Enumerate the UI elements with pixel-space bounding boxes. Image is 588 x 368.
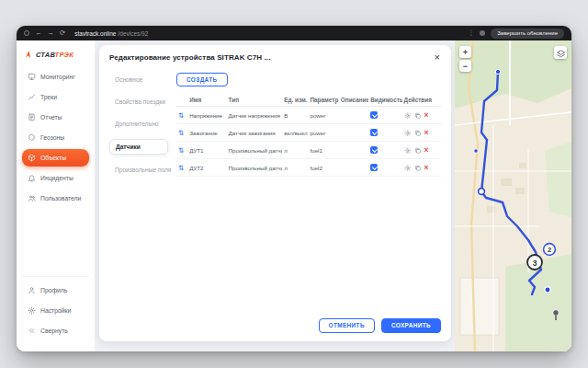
settings-icon[interactable]: [404, 147, 412, 155]
sidebar-item-profile[interactable]: Профиль: [22, 282, 89, 299]
zoom-out-button[interactable]: −: [459, 60, 471, 72]
url-host: stavtrack.online: [74, 30, 116, 37]
sidebar-item-users[interactable]: Пользователи: [22, 190, 89, 207]
table-row: ⇅ Зажигание Датчик зажигания вкл/выкл po…: [176, 124, 441, 142]
url-bar[interactable]: stavtrack.online/devices/92: [74, 30, 148, 37]
sidebar-item-settings[interactable]: Настройки: [22, 302, 89, 319]
copy-icon[interactable]: [414, 130, 422, 137]
zoom-controls: + −: [459, 46, 471, 72]
sidebar-item-label: Объекты: [40, 155, 66, 161]
browser-chrome: ← → ⟳ stavtrack.online/devices/92 ⋮ Заве…: [17, 26, 571, 40]
copy-icon[interactable]: [414, 112, 422, 120]
logo-icon: [24, 50, 33, 59]
tab-main[interactable]: Основное: [109, 73, 168, 86]
tab-sensors[interactable]: Датчики: [109, 139, 168, 155]
forward-icon[interactable]: →: [48, 29, 55, 37]
copy-icon[interactable]: [414, 147, 422, 155]
table-row: ⇅ ДУТ2 Произвольный датчик л fuel2: [176, 159, 441, 177]
visibility-checkbox[interactable]: [370, 129, 378, 136]
route-start-dot: [495, 69, 500, 74]
create-button[interactable]: СОЗДАТЬ: [176, 73, 228, 86]
users-icon: [28, 194, 36, 202]
drag-handle-icon[interactable]: ⇅: [178, 146, 184, 155]
route-icon: [28, 93, 36, 101]
modal-title: Редактирование устройства SITRAK C7H ...: [109, 53, 270, 62]
sensor-type: Произвольный датчик: [227, 159, 283, 177]
monitor-icon: [28, 73, 36, 81]
zoom-in-button[interactable]: +: [459, 46, 471, 58]
sensor-name: Зажигание: [187, 124, 226, 142]
map-marker-3[interactable]: 3: [527, 255, 542, 270]
sidebar-item-monitoring[interactable]: Мониторинг: [22, 68, 89, 86]
sidebar-item-label: Треки: [40, 94, 57, 100]
sidebar-item-objects[interactable]: Объекты: [22, 149, 89, 167]
drag-handle-icon[interactable]: ⇅: [178, 129, 184, 137]
col-header-visibility: Видимость: [368, 94, 401, 107]
extensions-icon[interactable]: ⋮: [468, 29, 474, 37]
visibility-checkbox[interactable]: [370, 111, 378, 119]
sensor-unit: вкл/выкл: [282, 124, 308, 142]
col-header-unit: Ед. изм.: [282, 94, 308, 107]
sidebar-item-tracks[interactable]: Треки: [22, 88, 89, 106]
finish-update-button[interactable]: Завершить обновление: [491, 29, 564, 39]
col-header-actions: Действия: [402, 94, 441, 107]
delete-icon[interactable]: ×: [424, 146, 429, 155]
delete-icon[interactable]: ×: [424, 164, 429, 172]
sensor-param: power: [308, 124, 338, 142]
sensor-param: fuel2: [308, 159, 338, 177]
back-icon[interactable]: ←: [35, 29, 42, 37]
map-panel[interactable]: 2 3 + −: [455, 40, 571, 351]
cancel-button[interactable]: ОТМЕНИТЬ: [319, 318, 375, 333]
settings-icon[interactable]: [404, 165, 412, 172]
close-icon[interactable]: ×: [434, 53, 441, 61]
sidebar-item-incidents[interactable]: Инциденты: [22, 169, 89, 187]
settings-icon[interactable]: [404, 112, 412, 120]
delete-icon[interactable]: ×: [424, 129, 429, 137]
document-icon: [28, 113, 36, 121]
sidebar-bottom-group: Профиль Настройки Свернуть: [22, 276, 89, 342]
cube-icon: [28, 154, 36, 162]
sidebar-item-reports[interactable]: Отчеты: [22, 109, 89, 126]
url-path: /devices/92: [118, 30, 148, 37]
drag-handle-icon[interactable]: ⇅: [178, 164, 184, 172]
person-icon: [28, 286, 36, 294]
visibility-checkbox[interactable]: [370, 146, 378, 154]
window-control-icon[interactable]: [24, 30, 29, 36]
sensor-name: ДУТ1: [187, 142, 226, 159]
sensor-description: [339, 159, 368, 177]
sidebar-item-collapse[interactable]: Свернуть: [22, 322, 89, 339]
sidebar-item-label: Геозоны: [40, 134, 64, 141]
sensor-param: fuel1: [308, 142, 338, 159]
sidebar-item-label: Профиль: [40, 287, 67, 293]
col-header-description: Описание: [339, 94, 368, 107]
map-canvas: 2 3: [455, 40, 571, 351]
tab-additional[interactable]: Дополнительно: [109, 117, 168, 131]
profile-avatar[interactable]: [480, 30, 485, 36]
drag-handle-icon[interactable]: ⇅: [178, 111, 184, 120]
copy-icon[interactable]: [414, 165, 422, 172]
sidebar-item-geozones[interactable]: Геозоны: [22, 129, 89, 146]
tab-custom-fields[interactable]: Произвольные поля: [109, 163, 168, 177]
map-marker-2[interactable]: 2: [544, 244, 556, 256]
reload-icon[interactable]: ⟳: [60, 29, 65, 37]
tab-trip-properties[interactable]: Свойства поездки: [109, 95, 168, 109]
logo[interactable]: СТАВТРЭК: [22, 48, 89, 68]
gear-icon: [28, 306, 36, 315]
settings-icon[interactable]: [404, 130, 412, 137]
sensor-unit: В: [282, 107, 308, 124]
sidebar-item-label: Мониторинг: [40, 74, 75, 80]
sensor-type: Датчик зажигания: [227, 124, 283, 142]
save-button[interactable]: СОХРАНИТЬ: [381, 318, 441, 333]
table-row: ⇅ Напряжение Датчик напряжения В power: [176, 107, 441, 124]
sidebar-item-label: Отчеты: [40, 114, 62, 121]
layers-button[interactable]: [554, 46, 567, 59]
table-row: ⇅ ДУТ1 Произвольный датчик л fuel1: [176, 142, 441, 159]
table-header-row: Имя Тип Ед. изм. Параметр Описание Видим…: [176, 94, 441, 107]
delete-icon[interactable]: ×: [424, 111, 429, 120]
main-area: Редактирование устройства SITRAK C7H ...…: [96, 40, 455, 351]
sensor-description: [339, 142, 368, 159]
sidebar-item-label: Настройки: [40, 307, 71, 314]
visibility-checkbox[interactable]: [370, 164, 378, 171]
device-edit-modal: Редактирование устройства SITRAK C7H ...…: [99, 45, 451, 341]
sensor-param: power: [308, 107, 338, 124]
